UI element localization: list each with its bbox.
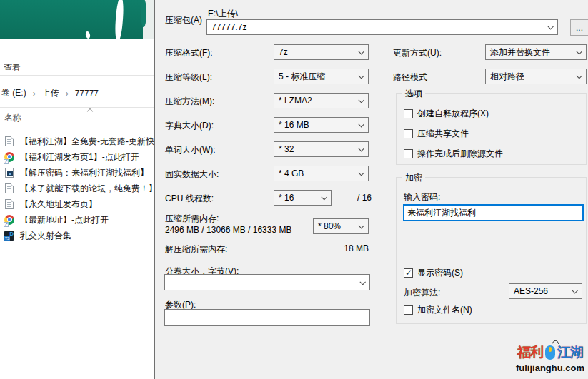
encryption-method-label: 加密算法: — [404, 287, 440, 299]
video-ts-icon — [4, 231, 15, 241]
list-item[interactable]: ↗ 【最新地址】-点此打开 — [0, 212, 154, 228]
parameters-input[interactable] — [164, 309, 370, 326]
options-group-title: 选项 — [402, 88, 425, 100]
checkbox-checked-icon[interactable] — [404, 268, 413, 278]
logo-domain: fulijianghu.com — [511, 363, 588, 373]
text-file-icon — [4, 199, 15, 210]
logo-text-jianghu: 江湖 — [557, 343, 583, 362]
chrome-shortcut-icon: ↗ — [4, 152, 15, 163]
option-create-sfx[interactable]: 创建自释放程序(X) — [404, 108, 489, 120]
screen: 查看 卷 (E:) › 上传 › 77777 名称 【福利江湖】全免费-无套路-… — [0, 0, 588, 379]
volume-size-combobox[interactable] — [164, 274, 370, 290]
column-header-name[interactable]: 名称 — [4, 112, 21, 124]
cpu-threads-label: CPU 线程数: — [165, 193, 214, 205]
desktop-wallpaper — [0, 0, 154, 39]
chevron-down-icon — [359, 279, 365, 285]
fulijianghu-logo: 福利 江湖 fulijianghu.com — [511, 343, 588, 373]
dictionary-label: 字典大小(D): — [165, 120, 214, 132]
logo-text-fuli: 福利 — [517, 343, 543, 362]
breadcrumb-chevron-icon: › — [33, 89, 36, 98]
list-item[interactable]: 【永久地址发布页】 — [0, 196, 154, 212]
chevron-down-icon — [576, 73, 582, 79]
archive-directory: E:\上传\ — [208, 8, 238, 20]
memory-compress-label: 压缩所需内存: — [165, 213, 219, 225]
chevron-down-icon — [358, 49, 364, 54]
list-item[interactable]: 乳交夹射合集 — [0, 228, 154, 243]
method-combobox[interactable]: * LZMA2 — [274, 93, 369, 108]
breadcrumb: 卷 (E:) › 上传 › 77777 — [1, 87, 99, 99]
browse-button[interactable]: ... — [570, 19, 588, 36]
show-password-checkbox[interactable]: 显示密码(S) — [404, 267, 463, 279]
chevron-down-icon — [358, 97, 364, 103]
text-file-icon — [4, 183, 15, 194]
wallpaper-stroke — [114, 0, 124, 39]
chevron-down-icon — [358, 121, 364, 127]
solid-block-label: 固实数据大小: — [165, 168, 219, 181]
level-label: 压缩等级(L): — [165, 71, 212, 84]
encryption-method-combobox[interactable]: AES-256 — [509, 283, 582, 299]
add-to-archive-dialog: 压缩包(A) E:\上传\ 77777.7z ... 压缩格式(F): 7z 压… — [154, 0, 588, 379]
wallpaper-stroke — [85, 31, 91, 39]
checkbox-unchecked-icon[interactable] — [404, 305, 413, 315]
breadcrumb-drive[interactable]: 卷 (E:) — [1, 87, 26, 99]
checkbox-unchecked-icon[interactable] — [404, 129, 413, 138]
chevron-down-icon — [358, 73, 364, 79]
list-item[interactable]: 【来了就能下载的论坛，纯免费！】 — [0, 181, 154, 196]
list-item[interactable]: ↗ 【福利江湖发布页1】-点此打开 — [0, 149, 154, 165]
chevron-down-icon — [576, 49, 582, 54]
archive-label: 压缩包(A) — [165, 14, 202, 26]
format-combobox[interactable]: 7z — [274, 44, 369, 60]
path-mode-label: 路径模式 — [393, 71, 427, 84]
memory-decompress-value: 18 MB — [315, 243, 369, 253]
wallpaper-stroke — [141, 0, 146, 27]
dictionary-combobox[interactable]: * 16 MB — [274, 117, 369, 133]
archive-name-combobox[interactable]: 77777.7z — [206, 19, 558, 35]
list-item[interactable]: 【解压密码：来福利江湖找福利】 — [0, 165, 154, 181]
chevron-down-icon — [358, 146, 364, 151]
chevron-down-icon — [321, 194, 327, 200]
menu-tab-view[interactable]: 查看 — [4, 62, 21, 74]
cpu-threads-max: / 16 — [357, 193, 372, 203]
encryption-group-title: 加密 — [402, 172, 425, 184]
update-mode-label: 更新方式(U): — [393, 47, 442, 59]
encrypt-filenames-checkbox[interactable]: 加密文件名(N) — [404, 304, 472, 316]
option-delete-after[interactable]: 操作完成后删除源文件 — [404, 148, 503, 160]
breadcrumb-folder-current[interactable]: 77777 — [75, 89, 99, 98]
path-mode-combobox[interactable]: 相对路径 — [485, 69, 587, 84]
word-size-combobox[interactable]: * 32 — [274, 141, 369, 157]
cpu-threads-combobox[interactable]: * 16 — [274, 190, 332, 206]
memory-percent-combobox[interactable]: * 80% — [313, 218, 369, 234]
memory-decompress-label: 解压缩所需内存: — [165, 243, 227, 256]
word-size-label: 单词大小(W): — [165, 144, 216, 156]
chrome-shortcut-icon: ↗ — [4, 215, 15, 226]
method-label: 压缩方法(M): — [165, 96, 214, 108]
level-combobox[interactable]: 5 - 标准压缩 — [274, 69, 369, 84]
checkbox-unchecked-icon[interactable] — [404, 109, 413, 118]
option-compress-shared[interactable]: 压缩共享文件 — [404, 128, 469, 140]
solid-block-combobox[interactable]: * 4 GB — [274, 166, 369, 181]
breadcrumb-folder-upload[interactable]: 上传 — [42, 87, 59, 99]
divider — [0, 75, 154, 76]
chevron-down-icon — [358, 170, 364, 176]
mouse-icon — [545, 345, 555, 360]
password-input[interactable]: 来福利江湖找福利 — [403, 204, 584, 221]
sort-ascending-icon[interactable] — [87, 108, 93, 114]
checkbox-unchecked-icon[interactable] — [404, 149, 413, 158]
update-mode-combobox[interactable]: 添加并替换文件 — [485, 44, 587, 60]
memory-compress-values: 2496 MB / 13066 MB / 16333 MB — [165, 225, 291, 235]
format-label: 压缩格式(F): — [165, 47, 213, 59]
chevron-down-icon[interactable] — [547, 24, 553, 29]
image-file-icon — [4, 168, 15, 178]
password-label: 输入密码: — [404, 191, 440, 203]
text-cursor — [477, 208, 477, 218]
list-item[interactable]: 【福利江湖】全免费-无套路-更新快 — [0, 133, 154, 149]
chevron-down-icon — [358, 223, 364, 228]
chevron-down-icon — [572, 288, 577, 293]
text-file-icon — [4, 136, 15, 147]
divider — [0, 107, 154, 108]
explorer-window: 查看 卷 (E:) › 上传 › 77777 名称 【福利江湖】全免费-无套路-… — [0, 0, 154, 379]
breadcrumb-chevron-icon: › — [66, 89, 69, 98]
